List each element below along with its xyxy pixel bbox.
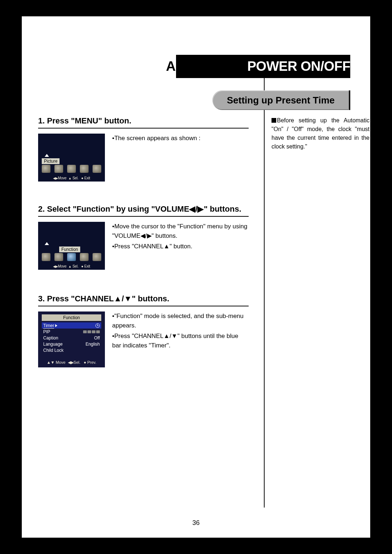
step-rule [38,216,249,217]
page-number: 36 [22,519,370,527]
menu-label: Function [59,247,80,252]
note-line: "Function" mode is selected, and the sub… [112,313,244,329]
step-notes: The screen appears as shown : [112,134,249,182]
row-value: Off [94,335,100,341]
tv-preview-3: Function Timer PIP Caption Off Langua [38,311,105,367]
menu-icon [54,165,63,173]
hint-sel: Sel. [73,264,78,268]
step-title: 3. Press "CHANNEL▲/▼" buttons. [38,294,249,304]
menu-icon [93,165,101,173]
row-name: Language [43,342,62,347]
note-line: The screen appears as shown : [114,135,200,142]
clock-icon [95,323,100,328]
row-name: Timer [43,323,54,329]
tv-hint-bar: ▲▼ Move ◀▶Sel. ● Prev. [38,360,105,365]
menu-icon [93,253,101,261]
step-rule [38,306,249,306]
menu-icon [80,253,89,261]
submenu-row: Caption Off [42,335,101,341]
note-bullet-icon [271,118,276,123]
pip-icons [83,330,100,333]
submenu-row-timer: Timer [42,322,101,329]
step-notes: "Function" mode is selected, and the sub… [112,311,249,367]
step-notes: Move the cursor to the "Function" menu b… [112,222,249,270]
hint-exit: Exit [84,264,90,268]
hint-sel: Sel. [73,176,78,180]
side-note: Before setting up the Automatic "On" / "… [271,116,369,151]
submenu-row: PIP [42,329,101,335]
row-name: Caption [43,335,58,341]
hint-prev: Prev. [87,360,96,364]
hint-move: Move [58,264,67,268]
menu-icon [42,165,50,173]
submenu-title: Function [42,314,101,321]
step-title: 1. Press "MENU" button. [38,116,249,126]
row-value: English [86,342,100,347]
header-title-right: POWER ON/OFF [244,59,350,74]
tv-preview-2: Function ◀▶Move ▲ Sel. ● Exit [38,222,105,270]
step-1: 1. Press "MENU" button. Picture ◀▶Move [38,116,249,182]
hint-exit: Exit [84,176,90,180]
manual-page: AUTOMATIC POWER ON/OFF Setting up Presen… [22,16,370,538]
menu-icon [54,253,63,261]
note-text: Before setting up the Automatic "On" / "… [271,117,369,150]
menu-label: Picture [42,158,60,164]
header-title-left: AUTOMATIC [166,59,244,74]
hint-move: Move [56,360,66,364]
note-line: Move the cursor to the "Function" menu b… [112,223,247,239]
divider-line [264,55,265,508]
hint-move: Move [58,176,67,180]
menu-icon [67,165,76,173]
up-triangle-icon [45,154,49,157]
section-title: Setting up Present Time [227,95,335,106]
row-name: PIP [43,329,50,334]
step-3: 3. Press "CHANNEL▲/▼" buttons. Function … [38,294,249,367]
header-title: AUTOMATIC POWER ON/OFF [166,59,350,74]
step-2: 2. Select "Function" by using "VOLUME◀/▶… [38,204,249,270]
menu-icon-row [42,165,101,173]
menu-icon-row [42,253,101,261]
hint-sel: Sel. [74,360,81,364]
submenu-row: Language English [42,341,101,347]
menu-icon [80,165,89,173]
section-tab: Setting up Present Time [212,90,350,110]
row-name: Child Lock [43,348,64,353]
note-line: Press "CHANNEL▲/▼" buttons until the blu… [112,333,238,349]
step-rule [38,128,249,129]
menu-icon [42,253,50,261]
up-triangle-icon [45,242,49,245]
tv-hint-bar: ◀▶Move ▲ Sel. ● Exit [38,264,105,268]
note-line: Press "CHANNEL▲" button. [114,243,192,250]
tv-preview-1: Picture ◀▶Move ▲ Sel. ● Exit [38,134,105,182]
page-header: AUTOMATIC POWER ON/OFF [38,55,350,78]
menu-icon-selected [67,253,76,261]
step-title: 2. Select "Function" by using "VOLUME◀/▶… [38,204,249,214]
right-triangle-icon [55,324,57,327]
submenu-row: Child Lock [42,347,101,353]
tv-hint-bar: ◀▶Move ▲ Sel. ● Exit [38,176,105,180]
